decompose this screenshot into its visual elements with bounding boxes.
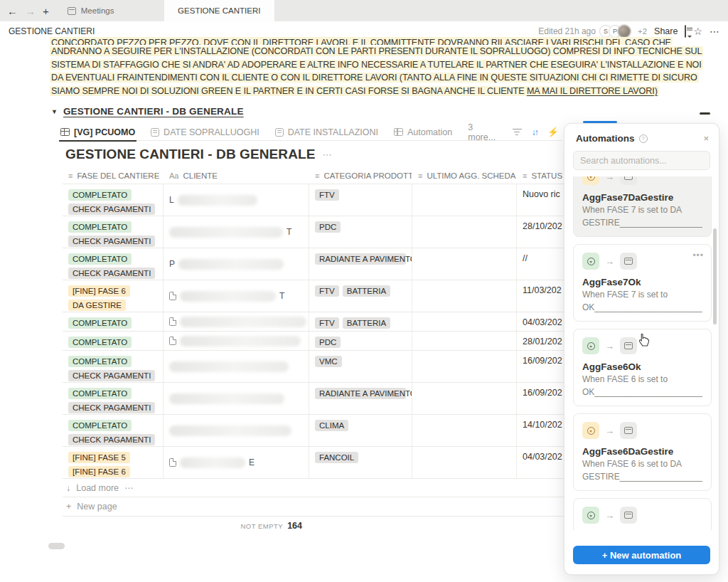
automation-search-input[interactable] xyxy=(580,156,703,166)
automation-card-aggfase6ok[interactable]: ▾→AggFase6OkWhen FASE 6 is set toOK_____… xyxy=(573,329,712,406)
column-header-ultimo-agg-scheda-[interactable]: ≡ULTIMO AGG. SCHEDA... xyxy=(412,168,517,184)
phase-tag: CHECK PAGAMENTI xyxy=(68,434,155,445)
sort-icon[interactable]: ↓↑ xyxy=(532,127,537,137)
column-header-fase-del-cantiere[interactable]: ≡FASE DEL CANTIERE xyxy=(63,168,164,184)
share-button[interactable]: Share xyxy=(654,26,678,36)
new-automation-button[interactable]: + New automation xyxy=(573,546,710,564)
comment-icon[interactable] xyxy=(685,26,686,36)
cell-ultimo-agg-scheda[interactable] xyxy=(412,383,517,414)
cell-ultimo-agg-scheda[interactable] xyxy=(412,415,517,446)
view-tab--vg-pcuomo[interactable]: [VG] PCUOMO xyxy=(60,124,135,141)
cell-cliente[interactable]: T xyxy=(164,280,309,312)
view-tab-automation[interactable]: Automation xyxy=(394,124,452,141)
cell-fase-del-cantiere[interactable]: COMPLETATOCHECK PAGAMENTI xyxy=(63,248,164,280)
automation-search-box[interactable] xyxy=(573,151,710,170)
toggle-heading-title[interactable]: GESTIONE CANTIERI - DB GENERALE xyxy=(63,106,244,117)
cell-categoria-prodotti[interactable]: RADIANTE A PAVIMENTO xyxy=(309,383,412,414)
view-tab-date-sopralluoghi[interactable]: DATE SOPRALLUOGHI xyxy=(151,124,259,141)
automation-card-aggfase5ok[interactable]: ▾→AggFase5OkWhen FASE 5 is set toOK_____… xyxy=(573,498,712,530)
cell-fase-del-cantiere[interactable]: COMPLETATOCHECK PAGAMENTI xyxy=(63,216,164,248)
help-icon[interactable]: ? xyxy=(639,134,648,143)
load-more-button[interactable]: ↓ Load more ⋯ xyxy=(63,479,613,497)
cell-cliente[interactable]: E xyxy=(164,447,309,478)
column-calculation[interactable]: NOT EMPTY 164 xyxy=(164,517,309,535)
new-page-button[interactable]: + New page xyxy=(63,497,613,517)
cell-ultimo-agg-scheda[interactable] xyxy=(412,312,517,331)
cell-cliente[interactable] xyxy=(164,351,309,382)
breadcrumb[interactable]: GESTIONE CANTIERI xyxy=(9,26,95,36)
table-row[interactable]: COMPLETATOCHECK PAGAMENTIRADIANTE A PAVI… xyxy=(63,383,613,415)
table-row[interactable]: COMPLETATOCHECK PAGAMENTIPRADIANTE A PAV… xyxy=(63,248,613,280)
cell-cliente[interactable]: L xyxy=(164,184,309,216)
column-header-categoria-prodotti[interactable]: ≡CATEGORIA PRODOTTI xyxy=(309,168,412,184)
automation-bolt-icon[interactable]: ⚡ xyxy=(547,127,559,137)
extra-collaborators-count[interactable]: +2 xyxy=(638,27,647,36)
cell-ultimo-agg-scheda[interactable] xyxy=(412,216,517,248)
cell-fase-del-cantiere[interactable]: COMPLETATOCHECK PAGAMENTI xyxy=(63,184,164,216)
table-row[interactable]: COMPLETATOCHECK PAGAMENTITPDC28/10/202 xyxy=(63,216,613,248)
automation-card-aggfase7ok[interactable]: ▾→•••AggFase7OkWhen FASE 7 is set toOK__… xyxy=(573,244,712,322)
avatar[interactable] xyxy=(618,25,631,38)
cell-cliente[interactable] xyxy=(164,383,309,414)
cell-fase-del-cantiere[interactable]: COMPLETATOCHECK PAGAMENTI xyxy=(63,415,164,446)
table-row[interactable]: [FINE] FASE 6DA GESTIRETFTVBATTERIA11/03… xyxy=(63,280,613,312)
close-icon[interactable]: × xyxy=(703,133,709,144)
star-icon[interactable]: ☆ xyxy=(693,26,702,36)
toggle-triangle-icon[interactable]: ▼ xyxy=(51,108,58,115)
cell-cliente[interactable] xyxy=(164,332,309,350)
cell-ultimo-agg-scheda[interactable] xyxy=(412,280,517,312)
view-tab-date-installazioni[interactable]: DATE INSTALLAZIONI xyxy=(275,124,378,141)
table-row[interactable]: [FINE] FASE 5[FINE] FASE 6EFANCOIL04/03/… xyxy=(63,447,613,479)
cell-ultimo-agg-scheda[interactable] xyxy=(412,351,517,382)
cell-cliente[interactable] xyxy=(164,415,309,446)
cell-categoria-prodotti[interactable]: FTVBATTERIA xyxy=(309,280,412,312)
cell-cliente[interactable] xyxy=(164,312,309,331)
cell-fase-del-cantiere[interactable]: [FINE] FASE 6DA GESTIRE xyxy=(63,280,164,312)
automation-card-aggfase7dagestire[interactable]: ▾→AggFase7DaGestireWhen FASE 7 is set to… xyxy=(573,176,712,237)
table-row[interactable]: COMPLETATOCHECK PAGAMENTILFTVNuovo ric xyxy=(63,184,613,216)
cell-categoria-prodotti[interactable]: FTV xyxy=(309,184,412,216)
cell-cliente[interactable]: P xyxy=(164,248,309,280)
tab-gestione-cantieri[interactable]: GESTIONE CANTIERI xyxy=(164,0,274,21)
cell-fase-del-cantiere[interactable]: COMPLETATOCHECK PAGAMENTI xyxy=(63,351,164,382)
table-row[interactable]: COMPLETATOCHECK PAGAMENTIVMC16/09/202 xyxy=(63,351,613,383)
forward-button[interactable]: → xyxy=(25,6,36,16)
more-views-button[interactable]: 3 more... xyxy=(468,122,497,142)
cell-fase-del-cantiere[interactable]: COMPLETATO xyxy=(63,332,164,350)
minimize-icon[interactable] xyxy=(700,112,710,115)
cell-ultimo-agg-scheda[interactable] xyxy=(412,447,517,478)
cell-categoria-prodotti[interactable]: PDC xyxy=(309,216,412,248)
cell-categoria-prodotti[interactable]: FANCOIL xyxy=(309,447,412,478)
window-icon xyxy=(624,427,633,434)
load-more-options-icon[interactable]: ⋯ xyxy=(124,482,134,493)
cell-ultimo-agg-scheda[interactable] xyxy=(412,184,517,216)
table-row[interactable]: COMPLETATOCHECK PAGAMENTICLIMA14/10/202 xyxy=(63,415,613,447)
column-header-cliente[interactable]: AaCLIENTE xyxy=(164,168,309,184)
cell-categoria-prodotti[interactable]: PDC xyxy=(309,332,412,350)
cell-categoria-prodotti[interactable]: FTVBATTERIA xyxy=(309,312,412,331)
new-tab-button[interactable]: + xyxy=(43,6,49,16)
cell-categoria-prodotti[interactable]: VMC xyxy=(309,351,412,382)
db-title[interactable]: GESTIONE CANTIERI - DB GENERALE xyxy=(65,147,315,162)
card-more-icon[interactable]: ••• xyxy=(692,250,704,260)
back-button[interactable]: ← xyxy=(7,6,18,16)
cell-categoria-prodotti[interactable]: RADIANTE A PAVIMENTO xyxy=(309,248,412,280)
filter-icon[interactable] xyxy=(513,129,522,136)
cell-ultimo-agg-scheda[interactable] xyxy=(412,332,517,350)
table-row[interactable]: COMPLETATOFTVBATTERIA04/03/202 xyxy=(63,312,613,332)
cell-fase-del-cantiere[interactable]: COMPLETATOCHECK PAGAMENTI xyxy=(63,383,164,414)
cell-ultimo-agg-scheda[interactable] xyxy=(412,248,517,280)
cell-fase-del-cantiere[interactable]: COMPLETATO xyxy=(63,312,164,331)
cell-cliente[interactable]: T xyxy=(164,216,309,248)
db-title-more-icon[interactable]: ⋯ xyxy=(322,149,331,160)
cell-fase-del-cantiere[interactable]: [FINE] FASE 5[FINE] FASE 6 xyxy=(63,447,164,478)
more-icon[interactable]: ⋯ xyxy=(710,26,719,36)
automation-card-aggfase6dagestire[interactable]: ▾→AggFase6DaGestireWhen FASE 6 is set to… xyxy=(573,413,712,491)
panel-scrollbar-thumb[interactable] xyxy=(713,228,717,324)
table-row[interactable]: COMPLETATOPDC28/01/202 xyxy=(63,332,613,351)
cell-categoria-prodotti[interactable]: CLIMA xyxy=(309,415,412,446)
automation-description: When FASE 7 is set to xyxy=(582,289,702,300)
tab-meetings[interactable]: Meetings xyxy=(58,0,164,21)
horizontal-scrollbar-thumb[interactable] xyxy=(48,543,65,549)
phase-tag: CHECK PAGAMENTI xyxy=(68,370,155,381)
